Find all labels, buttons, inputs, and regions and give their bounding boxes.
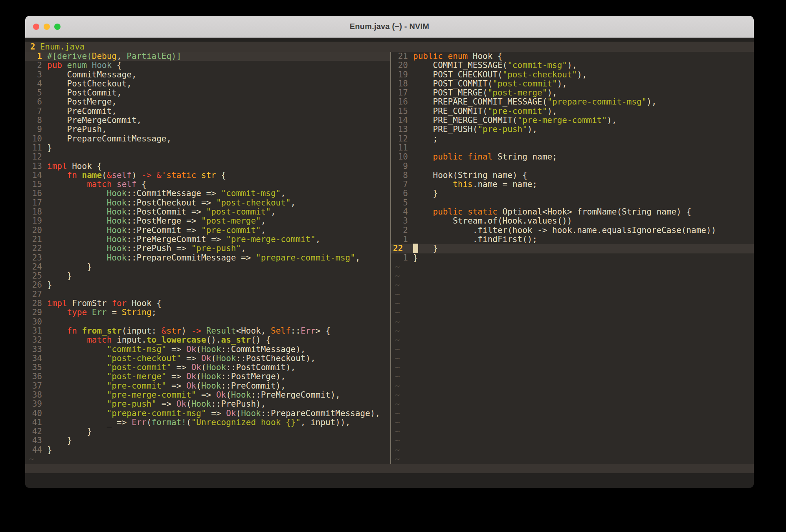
code-line[interactable]: 30	[25, 317, 390, 327]
code-line[interactable]: 20 Hook::PreCommit => "pre-commit",	[25, 226, 390, 235]
code-line[interactable]: 12 ;	[391, 134, 754, 143]
code-line[interactable]: 10 PrepareCommitMessage,	[25, 134, 390, 143]
line-number: 1	[391, 235, 413, 244]
tilde-marker: ~	[391, 308, 400, 317]
code-token	[47, 335, 87, 345]
code-line[interactable]: 10 public final String name;	[391, 152, 754, 161]
code-line[interactable]: 21public enum Hook {	[391, 52, 754, 61]
code-line[interactable]: 6 }	[391, 189, 754, 198]
code-line[interactable]: 38 "pre-merge-commit" => Ok(Hook::PreMer…	[25, 391, 390, 400]
code-line[interactable]: 33 "commit-msg" => Ok(Hook::CommitMessag…	[25, 345, 390, 354]
code-line[interactable]: 14 PRE_MERGE_COMMIT("pre-merge-commit"),	[391, 116, 754, 125]
code-line[interactable]: 9	[391, 162, 754, 171]
code-line[interactable]: 7 this.name = name;	[391, 180, 754, 189]
code-text: PostMerge,	[47, 97, 117, 106]
code-line[interactable]: 12	[25, 152, 390, 161]
code-line[interactable]: 4 public static Optional<Hook> fromName(…	[391, 207, 754, 216]
code-line[interactable]: 1#[derive(Debug, PartialEq)]	[25, 52, 390, 61]
code-token: ,	[117, 52, 127, 61]
code-line[interactable]: 14 fn name(&self) -> &'static str {	[25, 171, 390, 180]
code-text: .filter(hook -> hook.name.equalsIgnoreCa…	[413, 226, 716, 235]
code-text: PreMergeCommit,	[47, 116, 141, 125]
right-editor-pane[interactable]: 21public enum Hook {20 COMMIT_MESSAGE("c…	[391, 52, 754, 464]
code-line[interactable]: 41 _ => Err(format!("Unrecognized hook {…	[25, 418, 390, 427]
code-line[interactable]: 3 Stream.of(Hook.values())	[391, 216, 754, 226]
code-line[interactable]: 15 match self {	[25, 180, 390, 189]
code-line[interactable]: 43 }	[25, 436, 390, 445]
code-text: .findFirst();	[413, 235, 537, 244]
code-text: }	[47, 427, 92, 436]
code-line[interactable]: 16 PREPARE_COMMIT_MESSAGE("prepare-commi…	[391, 97, 754, 106]
code-line[interactable]: 19 Hook::PostMerge => "post-merge",	[25, 216, 390, 226]
tab-label[interactable]: Enum.java	[40, 42, 85, 52]
code-line[interactable]: 36 "post-merge" => Ok(Hook::PostMerge),	[25, 372, 390, 381]
code-token: String	[122, 308, 152, 317]
code-line[interactable]: 8 Hook(String name) {	[391, 171, 754, 180]
close-button[interactable]	[33, 24, 39, 30]
code-token: ::PrepareCommitMessage =>	[127, 253, 256, 262]
code-line[interactable]: 27	[25, 290, 390, 299]
code-token: Debug	[92, 52, 117, 61]
code-line[interactable]: 2 .filter(hook -> hook.name.equalsIgnore…	[391, 226, 754, 235]
code-line[interactable]: 11	[391, 143, 754, 152]
code-line[interactable]: 34 "post-checkout" => Ok(Hook::PostCheck…	[25, 354, 390, 363]
code-line[interactable]: 16 Hook::CommitMessage => "commit-msg",	[25, 189, 390, 198]
code-line[interactable]: 19 POST_CHECKOUT("post-checkout"),	[391, 70, 754, 79]
code-line[interactable]: 26}	[25, 281, 390, 290]
code-line[interactable]: 18 POST_COMMIT("post-commit"),	[391, 79, 754, 88]
code-line[interactable]: 5 PostCommit,	[25, 88, 390, 97]
code-line[interactable]: 20 COMMIT_MESSAGE("commit-msg"),	[391, 61, 754, 70]
code-line[interactable]: 42 }	[25, 427, 390, 436]
code-line[interactable]: 18 Hook::PostCommit => "post-commit",	[25, 207, 390, 216]
code-line[interactable]: 40 "prepare-commit-msg" => Ok(Hook::Prep…	[25, 409, 390, 418]
code-line[interactable]: 22 }	[391, 244, 754, 253]
code-line[interactable]: 22 Hook::PrePush => "pre-push",	[25, 244, 390, 253]
code-line[interactable]: 23 Hook::PrepareCommitMessage => "prepar…	[25, 253, 390, 262]
code-token: }	[413, 189, 438, 198]
tabline[interactable]: 2 Enum.java	[25, 42, 754, 52]
code-line[interactable]: 17 POST_MERGE("post-merge"),	[391, 88, 754, 97]
code-token: "commit-msg"	[507, 61, 567, 70]
zoom-button[interactable]	[54, 24, 61, 30]
code-line[interactable]: 5	[391, 198, 754, 207]
code-token: PreMergeCommit,	[47, 116, 141, 125]
code-line[interactable]: 32 match input.to_lowercase().as_str() {	[25, 336, 390, 345]
code-line[interactable]: 11}	[25, 143, 390, 152]
code-line[interactable]: 28impl FromStr for Hook {	[25, 299, 390, 308]
code-line[interactable]: 15 PRE_COMMIT("pre-commit"),	[391, 107, 754, 116]
code-line[interactable]: 8 PreMergeCommit,	[25, 116, 390, 125]
code-line[interactable]: 13 PRE_PUSH("pre-push"),	[391, 125, 754, 134]
code-line[interactable]: 44}	[25, 446, 390, 455]
code-token: this	[453, 180, 473, 189]
code-token: .findFirst();	[413, 235, 537, 244]
code-token: "pre-merge-commit"	[518, 116, 607, 125]
code-line[interactable]: 2pub enum Hook {	[25, 61, 390, 70]
minimize-button[interactable]	[44, 24, 50, 30]
code-text: "post-merge" => Ok(Hook::PostMerge),	[47, 372, 286, 381]
code-line[interactable]: 24 }	[25, 262, 390, 272]
code-line[interactable]: 17 Hook::PostCheckout => "post-checkout"…	[25, 198, 390, 207]
left-editor-pane[interactable]: 1#[derive(Debug, PartialEq)]2pub enum Ho…	[25, 52, 390, 464]
code-line[interactable]: 31 fn from_str(input: &str) -> Result<Ho…	[25, 327, 390, 336]
code-line[interactable]: 29 type Err = String;	[25, 308, 390, 317]
code-line[interactable]: 13impl Hook {	[25, 162, 390, 171]
code-line[interactable]: 7 PreCommit,	[25, 107, 390, 116]
code-line[interactable]: 25 }	[25, 272, 390, 281]
empty-line-tilde: ~	[391, 363, 754, 372]
code-line[interactable]: 1 .findFirst();	[391, 235, 754, 244]
code-line[interactable]: 4 PostCheckout,	[25, 79, 390, 88]
empty-line-tilde: ~	[391, 345, 754, 354]
code-line[interactable]: 21 Hook::PreMergeCommit => "pre-merge-co…	[25, 235, 390, 244]
code-token: "post-merge"	[488, 88, 547, 97]
code-line[interactable]: 3 CommitMessage,	[25, 70, 390, 79]
code-line[interactable]: 1}	[391, 253, 754, 262]
code-token: name	[82, 171, 102, 180]
titlebar[interactable]: Enum.java (~) - NVIM	[25, 16, 754, 38]
code-line[interactable]: 35 "post-commit" => Ok(Hook::PostCommit)…	[25, 363, 390, 372]
code-line[interactable]: 37 "pre-commit" => Ok(Hook::PreCommit),	[25, 382, 390, 391]
code-text: "pre-commit" => Ok(Hook::PreCommit),	[47, 382, 286, 391]
terminal-area: 2 Enum.java 1#[derive(Debug, PartialEq)]…	[25, 38, 754, 488]
code-line[interactable]: 9 PrePush,	[25, 125, 390, 134]
code-line[interactable]: 6 PostMerge,	[25, 97, 390, 106]
code-line[interactable]: 39 "pre-push" => Ok(Hook::PrePush),	[25, 400, 390, 409]
